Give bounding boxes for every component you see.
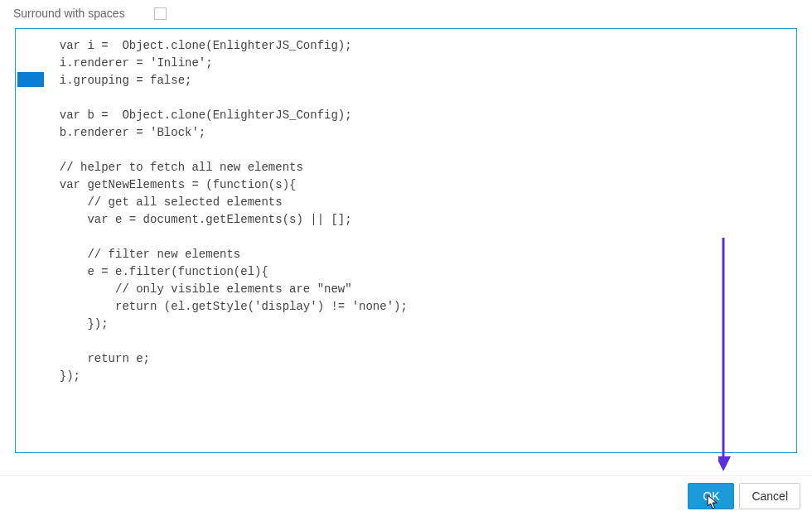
code-line: e = e.filter(function(el){ bbox=[17, 263, 796, 281]
dialog-footer: OK Cancel bbox=[0, 475, 812, 516]
cancel-button-label: Cancel bbox=[752, 489, 788, 503]
code-line bbox=[17, 229, 796, 246]
code-line bbox=[17, 142, 796, 159]
code-line: var getNewElements = (function(s){ bbox=[17, 176, 796, 194]
code-line bbox=[17, 89, 796, 107]
code-line: // only visible elements are "new" bbox=[17, 281, 796, 298]
code-content: var i = Object.clone(EnlighterJS_Config)… bbox=[16, 29, 796, 385]
code-line: // filter new elements bbox=[17, 246, 796, 263]
code-line: // get all selected elements bbox=[17, 194, 796, 211]
code-line: }); bbox=[17, 316, 796, 333]
surround-with-spaces-label: Surround with spaces bbox=[13, 7, 125, 20]
code-line: }); bbox=[17, 368, 796, 385]
code-line: var b = Object.clone(EnlighterJS_Config)… bbox=[17, 107, 796, 124]
surround-with-spaces-checkbox[interactable] bbox=[154, 7, 167, 20]
ok-button[interactable]: OK bbox=[688, 483, 734, 509]
code-line: i.renderer = 'Inline'; bbox=[17, 55, 796, 72]
cancel-button[interactable]: Cancel bbox=[739, 483, 800, 509]
svg-marker-1 bbox=[718, 456, 731, 471]
code-line: return e; bbox=[17, 350, 796, 368]
code-input[interactable]: var i = Object.clone(EnlighterJS_Config)… bbox=[15, 28, 797, 453]
mouse-pointer-icon bbox=[706, 494, 721, 512]
code-line: return (el.getStyle('display') != 'none'… bbox=[17, 298, 796, 316]
options-row: Surround with spaces bbox=[0, 0, 812, 28]
code-line: var e = document.getElements(s) || []; bbox=[17, 211, 796, 229]
code-line bbox=[17, 333, 796, 350]
code-line: b.renderer = 'Block'; bbox=[17, 124, 796, 142]
code-line: // helper to fetch all new elements bbox=[17, 159, 796, 176]
code-line: i.grouping = false; bbox=[17, 72, 796, 89]
code-line: var i = Object.clone(EnlighterJS_Config)… bbox=[17, 37, 796, 55]
